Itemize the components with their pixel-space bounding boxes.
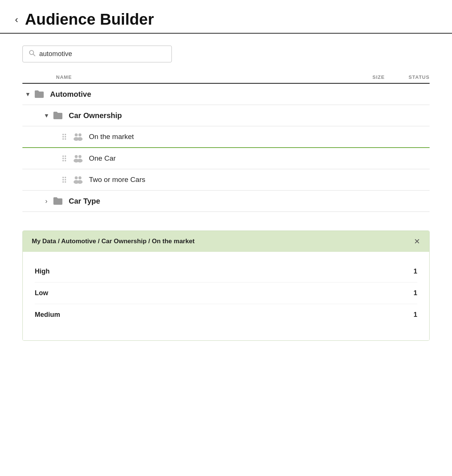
content-area: NAME SIZE STATUS ▾ Automotive ▾ Car Owne… — [0, 34, 452, 341]
folder-icon-automotive — [33, 89, 46, 99]
svg-point-24 — [62, 179, 64, 180]
chevron-automotive[interactable]: ▾ — [22, 89, 33, 99]
tree-row-car-ownership: ▾ Car Ownership — [22, 105, 430, 126]
label-automotive: Automotive — [50, 90, 91, 99]
tree-row-automotive: ▾ Automotive — [22, 84, 430, 105]
detail-close-button[interactable]: ✕ — [414, 237, 420, 246]
people-icon-two-or-more-cars — [72, 174, 84, 185]
detail-value-low: 1 — [414, 289, 417, 297]
folder-icon-car-type — [52, 196, 64, 206]
svg-point-3 — [65, 134, 66, 135]
svg-point-7 — [65, 138, 66, 140]
detail-value-medium: 1 — [414, 311, 417, 319]
search-input[interactable] — [39, 50, 165, 58]
label-one-car: One Car — [89, 154, 116, 163]
tree-row-car-type: › Car Type — [22, 191, 430, 212]
tree-row-two-or-more-cars[interactable]: Two or more Cars — [22, 169, 430, 191]
table-header: NAME SIZE STATUS — [22, 74, 430, 84]
label-two-or-more-cars: Two or more Cars — [89, 176, 145, 184]
svg-point-5 — [65, 136, 66, 137]
svg-point-15 — [65, 158, 66, 159]
col-size-header: SIZE — [340, 74, 385, 80]
svg-point-14 — [62, 158, 64, 159]
svg-point-25 — [65, 179, 66, 180]
svg-point-19 — [78, 155, 81, 158]
svg-point-29 — [78, 176, 81, 179]
svg-point-6 — [62, 138, 64, 140]
label-car-ownership: Car Ownership — [69, 111, 122, 120]
detail-row-medium: Medium 1 — [35, 304, 417, 325]
drag-icon-one-car — [60, 153, 69, 164]
svg-point-21 — [77, 159, 83, 163]
svg-point-18 — [75, 155, 78, 158]
svg-point-2 — [62, 134, 64, 135]
detail-panel-header: My Data / Automotive / Car Ownership / O… — [23, 231, 429, 252]
detail-label-high: High — [35, 268, 50, 275]
col-name-header: NAME — [22, 74, 340, 80]
svg-point-23 — [65, 177, 66, 178]
page-header: ‹ Audience Builder — [0, 0, 452, 34]
tree-row-one-car[interactable]: One Car — [22, 148, 430, 169]
svg-line-1 — [33, 54, 35, 56]
svg-point-27 — [65, 181, 66, 183]
detail-label-medium: Medium — [35, 311, 60, 319]
svg-point-12 — [62, 155, 64, 157]
svg-point-16 — [62, 160, 64, 161]
svg-point-13 — [65, 155, 66, 157]
svg-point-22 — [62, 177, 64, 178]
folder-icon-car-ownership — [52, 110, 64, 121]
detail-row-low: Low 1 — [35, 282, 417, 304]
back-button[interactable]: ‹ — [15, 14, 18, 25]
search-box — [22, 46, 172, 62]
detail-breadcrumb: My Data / Automotive / Car Ownership / O… — [32, 238, 195, 245]
svg-point-28 — [75, 176, 78, 179]
detail-value-high: 1 — [414, 268, 417, 275]
detail-label-low: Low — [35, 289, 48, 297]
detail-panel-body: High 1 Low 1 Medium 1 — [23, 252, 429, 340]
svg-point-4 — [62, 136, 64, 137]
svg-point-11 — [77, 137, 83, 141]
svg-point-17 — [65, 160, 66, 161]
label-car-type: Car Type — [69, 197, 100, 205]
search-icon — [29, 50, 35, 58]
svg-point-9 — [78, 133, 81, 136]
svg-point-31 — [77, 180, 83, 184]
detail-panel: My Data / Automotive / Car Ownership / O… — [22, 231, 430, 341]
svg-point-8 — [75, 133, 78, 136]
people-icon-one-car — [72, 153, 84, 164]
page-title: Audience Builder — [25, 10, 154, 28]
drag-icon-on-the-market — [60, 132, 69, 142]
svg-point-26 — [62, 181, 64, 183]
tree-row-on-the-market[interactable]: On the market — [22, 126, 430, 148]
chevron-car-ownership[interactable]: ▾ — [41, 110, 52, 121]
people-icon-on-the-market — [72, 132, 84, 142]
chevron-car-type[interactable]: › — [41, 196, 52, 206]
col-status-header: STATUS — [385, 74, 430, 80]
label-on-the-market: On the market — [89, 133, 134, 141]
detail-row-high: High 1 — [35, 261, 417, 282]
drag-icon-two-or-more-cars — [60, 174, 69, 185]
